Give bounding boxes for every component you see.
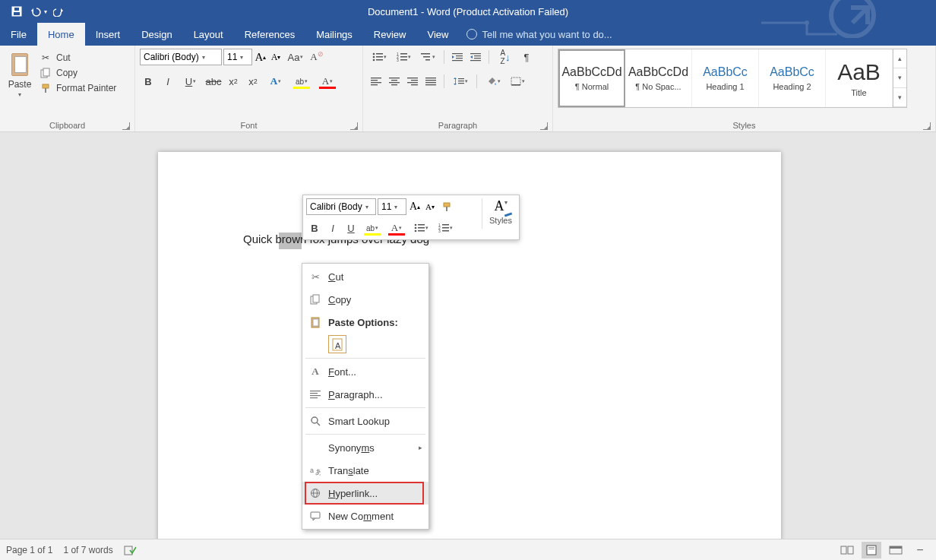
mini-font-name-combo[interactable]: Calibri (Body▾: [306, 198, 376, 215]
copy-button[interactable]: Copy: [40, 67, 116, 79]
font-launcher[interactable]: [350, 122, 358, 130]
align-center-button[interactable]: [386, 73, 403, 90]
status-page[interactable]: Page 1 of 1: [6, 545, 52, 555]
gallery-more[interactable]: ▾: [893, 88, 906, 107]
italic-button[interactable]: I: [160, 73, 176, 90]
tab-file[interactable]: File: [0, 23, 37, 46]
line-spacing-icon: [454, 77, 464, 86]
mini-underline-button[interactable]: U: [343, 220, 359, 236]
view-web-layout-button[interactable]: [886, 542, 906, 558]
tell-me-search[interactable]: Tell me what you want to do...: [466, 23, 612, 46]
svg-rect-20: [400, 59, 407, 61]
status-proofing-icon[interactable]: [124, 545, 136, 555]
cut-label: Cut: [56, 52, 71, 63]
superscript-button[interactable]: x2: [245, 73, 261, 90]
paste-split-button[interactable]: Paste ▾: [5, 49, 35, 98]
status-words[interactable]: 1 of 7 words: [63, 545, 112, 555]
decrease-indent-button[interactable]: [449, 49, 466, 65]
svg-rect-45: [425, 80, 436, 81]
gallery-scroll-up[interactable]: ▴: [893, 49, 906, 68]
menu-copy[interactable]: Copy: [302, 288, 428, 311]
menu-new-comment[interactable]: New Comment: [302, 505, 428, 527]
strikethrough-button[interactable]: abc: [205, 73, 222, 90]
tab-references[interactable]: References: [234, 23, 305, 46]
clear-formatting-button[interactable]: A⊘: [308, 49, 325, 65]
menu-smart-lookup[interactable]: Smart Lookup: [302, 410, 428, 432]
text-effects-button[interactable]: A▾: [264, 73, 287, 90]
align-left-icon: [371, 77, 381, 86]
borders-button[interactable]: ▾: [506, 73, 529, 90]
view-print-layout-button[interactable]: [862, 542, 881, 558]
highlight-color-button[interactable]: ab▾: [290, 73, 313, 90]
mini-shrink-font-button[interactable]: A▾: [423, 198, 437, 215]
copy-label: Copy: [56, 68, 77, 78]
tab-insert[interactable]: Insert: [85, 23, 131, 46]
style-heading-2[interactable]: AaBbCcHeading 2: [759, 49, 826, 107]
numbering-button[interactable]: 123▾: [392, 49, 415, 65]
cut-button[interactable]: ✂Cut: [40, 52, 116, 64]
clipboard-launcher[interactable]: [122, 122, 130, 130]
menu-cut[interactable]: ✂Cut: [302, 265, 428, 288]
line-spacing-button[interactable]: ▾: [449, 73, 472, 90]
tab-mailings[interactable]: Mailings: [305, 23, 363, 46]
align-left-button[interactable]: [368, 73, 384, 90]
undo-split-button[interactable]: ▾: [29, 2, 47, 21]
mini-highlight-button[interactable]: ab▾: [361, 220, 384, 236]
format-painter-button[interactable]: Format Painter: [40, 82, 116, 94]
gallery-scroll: ▴ ▾ ▾: [893, 49, 906, 107]
font-color-button[interactable]: A▾: [316, 73, 339, 90]
justify-button[interactable]: [422, 73, 439, 90]
subscript-button[interactable]: x2: [225, 73, 242, 90]
style-heading-1[interactable]: AaBbCcHeading 1: [692, 49, 759, 107]
sort-button[interactable]: AZ↓: [494, 49, 517, 65]
svg-rect-35: [371, 84, 378, 85]
document-area[interactable]: Quick brown fox jumps over lazy dog: [0, 132, 936, 539]
bold-button[interactable]: B: [140, 73, 157, 90]
style-title[interactable]: AaBTitle: [826, 49, 893, 107]
show-paragraph-marks-button[interactable]: ¶: [518, 49, 535, 65]
menu-font[interactable]: AFont...: [302, 360, 428, 383]
mini-italic-button[interactable]: I: [324, 220, 341, 236]
gallery-scroll-down[interactable]: ▾: [893, 68, 906, 87]
font-name-combo[interactable]: Calibri (Body)▾: [140, 49, 222, 65]
styles-launcher[interactable]: [923, 122, 931, 130]
change-case-button[interactable]: Aa▾: [284, 49, 307, 65]
tab-design[interactable]: Design: [131, 23, 182, 46]
mini-styles-button[interactable]: A▾ Styles: [485, 198, 516, 236]
mini-format-painter-button[interactable]: [438, 198, 455, 215]
tab-review[interactable]: Review: [363, 23, 417, 46]
font-size-combo[interactable]: 11▾: [223, 49, 252, 65]
paste-keep-text-only-button[interactable]: A: [328, 335, 346, 353]
menu-synonyms[interactable]: Synonyms▸: [302, 436, 428, 459]
mini-font-size-combo[interactable]: 11▾: [378, 198, 406, 215]
tab-home[interactable]: Home: [37, 23, 85, 46]
increase-indent-button[interactable]: [467, 49, 484, 65]
zoom-out-button[interactable]: −: [910, 542, 930, 558]
style-no-spacing[interactable]: AaBbCcDd¶ No Spac...: [625, 49, 692, 107]
menu-paragraph[interactable]: Paragraph...: [302, 383, 428, 406]
bullets-button[interactable]: ▾: [368, 49, 391, 65]
multilevel-list-button[interactable]: ▾: [416, 49, 439, 65]
globe-link-icon: [308, 486, 322, 500]
menu-hyperlink[interactable]: Hyperlink...: [302, 482, 428, 505]
tab-view[interactable]: View: [416, 23, 459, 46]
menu-translate[interactable]: aあTranslate: [302, 459, 428, 482]
redo-button[interactable]: [50, 2, 68, 21]
mini-numbering-button[interactable]: 123▾: [434, 220, 457, 236]
view-read-mode-button[interactable]: [837, 542, 857, 558]
bullets-icon: [414, 223, 425, 233]
tab-layout[interactable]: Layout: [183, 23, 234, 46]
mini-grow-font-button[interactable]: A▴: [408, 198, 422, 215]
grow-font-button[interactable]: A▴: [254, 49, 267, 65]
style-normal[interactable]: AaBbCcDd¶ Normal: [558, 49, 625, 107]
save-button[interactable]: [8, 2, 26, 21]
shading-button[interactable]: ▾: [482, 73, 504, 90]
mini-bullets-button[interactable]: ▾: [410, 220, 432, 236]
paragraph-launcher[interactable]: [540, 122, 548, 130]
underline-split-button[interactable]: U▾: [179, 73, 202, 90]
svg-rect-85: [311, 512, 320, 518]
shrink-font-button[interactable]: A▾: [269, 49, 283, 65]
align-right-button[interactable]: [404, 73, 421, 90]
mini-font-color-button[interactable]: A▾: [385, 220, 408, 236]
mini-bold-button[interactable]: B: [306, 220, 323, 236]
